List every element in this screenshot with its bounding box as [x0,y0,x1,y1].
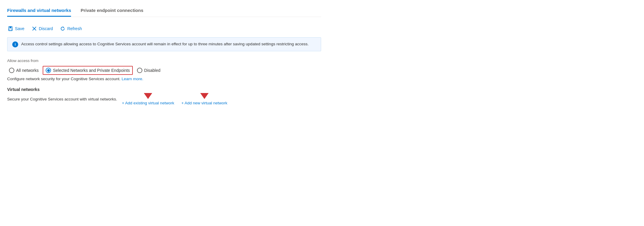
radio-disabled-label: Disabled [144,68,160,73]
radio-selected-networks[interactable]: Selected Networks and Private Endpoints [43,66,133,75]
discard-icon [32,26,37,31]
info-text: Access control settings allowing access … [21,41,309,47]
discard-button[interactable]: Discard [31,25,53,32]
save-button[interactable]: Save [7,25,25,32]
add-existing-virtual-network-link[interactable]: + Add existing virtual network [122,101,174,105]
virtual-networks-title: Virtual networks [7,87,321,92]
radio-all-networks-circle [9,68,14,73]
learn-more-link[interactable]: Learn more. [121,77,143,81]
svg-rect-2 [9,29,12,30]
add-new-virtual-network-link[interactable]: + Add new virtual network [181,101,227,105]
radio-all-networks-label: All networks [16,68,38,73]
refresh-button[interactable]: Refresh [59,25,82,32]
access-label: Allow access from [7,58,321,63]
radio-selected-networks-circle [46,68,51,73]
tab-bar: Firewalls and virtual networks Private e… [7,5,321,17]
discard-label: Discard [39,26,53,31]
virtual-networks-section: Virtual networks Secure your Cognitive S… [7,87,321,105]
add-existing-wrapper: + Add existing virtual network [122,93,174,105]
add-new-wrapper: + Add new virtual network [181,93,227,105]
virtual-networks-links: + Add existing virtual network + Add new… [122,93,227,105]
arrow-down-existing [144,93,152,99]
info-icon: i [12,41,18,47]
radio-selected-networks-label: Selected Networks and Private Endpoints [53,68,130,73]
toolbar: Save Discard Refresh [7,22,321,37]
virtual-networks-row: Secure your Cognitive Services account w… [7,93,321,105]
tab-firewalls[interactable]: Firewalls and virtual networks [7,5,71,17]
access-radio-group: All networks Selected Networks and Priva… [7,66,321,75]
access-description: Configure network security for your Cogn… [7,77,321,81]
access-section: Allow access from All networks Selected … [7,58,321,81]
main-container: Firewalls and virtual networks Private e… [0,0,328,110]
refresh-label: Refresh [67,26,82,31]
save-label: Save [15,26,24,31]
info-banner: i Access control settings allowing acces… [7,37,321,51]
radio-disabled[interactable]: Disabled [135,66,162,74]
refresh-icon [60,26,65,31]
tab-private-endpoint[interactable]: Private endpoint connections [81,5,143,17]
radio-disabled-circle [137,68,142,73]
svg-rect-1 [10,27,12,28]
save-icon [8,26,13,31]
arrow-down-new [200,93,209,99]
virtual-networks-description: Secure your Cognitive Services account w… [7,97,117,101]
radio-all-networks[interactable]: All networks [7,66,40,74]
